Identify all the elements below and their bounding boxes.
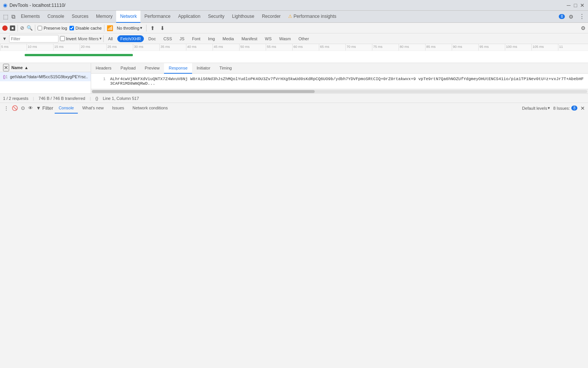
filter-tag-wasm[interactable]: Wasm: [276, 35, 294, 42]
tab-response[interactable]: Response: [164, 63, 192, 74]
filter-tag-js[interactable]: JS: [177, 35, 188, 42]
tab-memory[interactable]: Memory: [92, 11, 116, 23]
filter-tag-media[interactable]: Media: [219, 35, 237, 42]
invert-label[interactable]: Invert: [60, 36, 77, 41]
ruler-mark: 25 ms: [106, 44, 133, 51]
more-filters-button[interactable]: More filters ▾: [78, 36, 101, 41]
bottom-top-icon[interactable]: ⊙: [20, 104, 26, 112]
preserve-log-checkbox[interactable]: [38, 26, 42, 30]
line-number: 1: [94, 77, 106, 81]
import-button[interactable]: ⬆: [149, 24, 156, 32]
bottom-tab-console[interactable]: Console: [55, 103, 77, 114]
tab-lighthouse-label: Lighthouse: [232, 14, 254, 19]
settings-button[interactable]: ⚙: [567, 13, 575, 21]
invert-checkbox[interactable]: [60, 36, 65, 41]
tab-performance[interactable]: Performance: [140, 11, 174, 23]
tab-performance-insights[interactable]: ⚠ Performance insights: [284, 11, 340, 23]
tab-preview[interactable]: Preview: [140, 63, 164, 74]
stop-button[interactable]: ■: [10, 25, 15, 31]
issues-count-badge: 8: [571, 106, 577, 111]
tab-payload[interactable]: Payload: [116, 63, 140, 74]
bottom-filter-icon[interactable]: ▼ Filter: [35, 104, 54, 112]
tab-lighthouse[interactable]: Lighthouse: [228, 11, 258, 23]
bottom-tab-issues[interactable]: Issues: [108, 103, 128, 114]
toolbar-separator-3: [104, 25, 104, 32]
table-row[interactable]: {} 1 getValue?data=Mf5ccS15G9bxygPEYrsc.…: [0, 72, 91, 81]
more-tabs-button[interactable]: ⋮: [577, 12, 586, 21]
ruler-mark: 10 ms: [27, 44, 53, 51]
bottom-clear-icon[interactable]: 🚫: [11, 104, 19, 112]
ruler-mark: 90 ms: [452, 44, 478, 51]
ruler-mark: 75 ms: [372, 44, 399, 51]
disable-cache-checkbox[interactable]: [69, 26, 74, 30]
tabs-right: 8 ⚙ ⋮: [559, 12, 586, 21]
network-settings-button[interactable]: ⚙: [581, 25, 586, 31]
search-icon[interactable]: 🔍: [27, 25, 33, 31]
bottom-dots-icon[interactable]: ⋮: [3, 104, 9, 112]
filter-tag-manifest[interactable]: Manifest: [238, 35, 260, 42]
preserve-log-label[interactable]: Preserve log: [38, 26, 67, 30]
filter-tag-other[interactable]: Other: [295, 35, 312, 42]
tab-timing[interactable]: Timing: [215, 63, 236, 74]
default-levels-selector[interactable]: Default levels ▾: [522, 106, 550, 111]
tab-security[interactable]: Security: [204, 11, 228, 23]
bottom-tab-network-conditions[interactable]: Network conditions: [129, 103, 172, 114]
minimize-button[interactable]: ─: [566, 3, 571, 8]
tab-network[interactable]: Network: [116, 11, 140, 23]
tab-recorder[interactable]: Recorder: [258, 11, 284, 23]
issues-badge[interactable]: 8 Issues: 8: [553, 106, 577, 111]
tab-sources[interactable]: Sources: [68, 11, 92, 23]
filter-bar: ▼ Invert More filters ▾ All Fetch/XHR Do…: [0, 33, 588, 44]
device-toggle-button[interactable]: ⧉: [10, 13, 17, 21]
tab-initiator[interactable]: Initiator: [192, 63, 215, 74]
ruler-mark: 100 ms: [505, 44, 531, 51]
filter-tag-font[interactable]: Font: [189, 35, 203, 42]
bottom-eye-icon[interactable]: 👁: [27, 104, 34, 112]
tab-performance-label: Performance: [144, 14, 170, 19]
disable-cache-label[interactable]: Disable cache: [69, 26, 102, 30]
scrollbar-thumb[interactable]: [92, 90, 315, 93]
response-text: ALhr4cwVjNkFXdViuQNTX7Z4WvuV8Nj W8rAiS6N…: [110, 77, 585, 86]
filter-tag-img[interactable]: Img: [205, 35, 218, 42]
close-panel-button[interactable]: ✕: [3, 64, 9, 71]
tab-application[interactable]: Application: [174, 11, 204, 23]
cursor-inspector-button[interactable]: ⬚: [2, 13, 10, 21]
timeline-ruler: 5 ms10 ms15 ms20 ms25 ms30 ms35 ms40 ms4…: [0, 44, 588, 51]
tab-network-label: Network: [120, 14, 137, 19]
tab-console-label: Console: [47, 14, 64, 19]
filter-tag-all[interactable]: All: [105, 35, 116, 42]
bottom-tab-whatsnew[interactable]: What's new: [79, 103, 108, 114]
maximize-button[interactable]: □: [573, 3, 578, 8]
filter-tag-css[interactable]: CSS: [160, 35, 175, 42]
tab-console[interactable]: Console: [44, 11, 68, 23]
export-button[interactable]: ⬇: [159, 24, 166, 32]
sort-icon[interactable]: ▲: [24, 65, 28, 70]
tab-elements[interactable]: Elements: [17, 11, 44, 23]
horizontal-scrollbar[interactable]: [92, 90, 587, 93]
transferred-size: 746 B / 746 B transferred: [39, 96, 85, 101]
tab-performance-insights-label: Performance insights: [293, 14, 336, 19]
filter-tag-doc[interactable]: Doc: [145, 35, 159, 42]
request-number: 1: [6, 75, 8, 79]
titlebar-left: ◉ DevTools - localhost:11110/: [3, 2, 65, 8]
throttle-selector[interactable]: No throttling ▾: [115, 25, 144, 31]
close-window-button[interactable]: ✕: [580, 3, 585, 8]
filter-input[interactable]: [11, 36, 57, 41]
record-button[interactable]: [2, 25, 8, 31]
ruler-mark: 80 ms: [399, 44, 425, 51]
toolbar-separator-2: [35, 25, 35, 32]
filter-icon: ⊘: [20, 25, 24, 31]
close-bottom-button[interactable]: ✕: [580, 105, 585, 111]
requests-count: 1 / 2 requests: [3, 96, 28, 101]
request-type-icon: {}: [3, 75, 6, 79]
ruler-mark: 50 ms: [239, 44, 266, 51]
response-tabs: Headers Payload Preview Response Initiat…: [91, 63, 588, 74]
ruler-mark: 65 ms: [319, 44, 345, 51]
ruler-mark: 5 ms: [0, 44, 27, 51]
filter-tag-ws[interactable]: WS: [262, 35, 275, 42]
filter-tag-fetchxhr[interactable]: Fetch/XHR: [117, 35, 144, 42]
scrollbar-area: [91, 89, 588, 93]
ruler-mark: 55 ms: [266, 44, 292, 51]
filter-sep: [103, 35, 104, 42]
tab-headers[interactable]: Headers: [91, 63, 116, 74]
